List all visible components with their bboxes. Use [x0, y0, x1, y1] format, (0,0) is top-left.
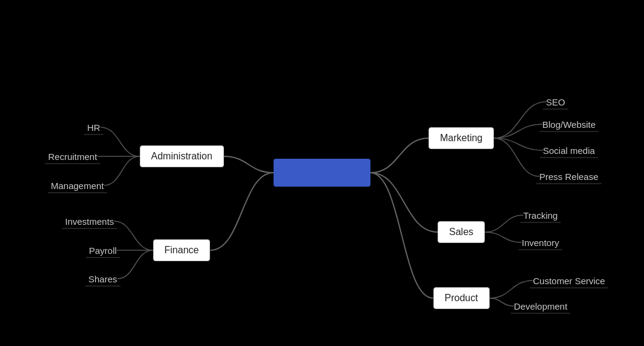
mid-right-node-0: Marketing	[429, 127, 494, 149]
mid-node-0: Administration	[140, 145, 224, 167]
leaf-r-0-3: Press Release	[539, 171, 599, 182]
leaf-r-1-0: Tracking	[524, 210, 558, 221]
center-node	[274, 159, 370, 187]
leaf-0-1: Recruitment	[48, 151, 97, 162]
leaf-1-0: Investments	[65, 216, 114, 227]
leaf-r-2-0: Customer Service	[533, 276, 605, 286]
leaf-r-0-2: Social media	[543, 145, 595, 156]
leaf-0-2: Management	[51, 181, 104, 191]
leaf-r-0-0: SEO	[546, 97, 565, 107]
leaf-r-2-1: Development	[514, 301, 567, 311]
mid-right-node-2: Product	[433, 287, 490, 309]
mindmap-canvas: AdministrationFinanceMarketingSalesProdu…	[0, 0, 644, 346]
leaf-1-1: Payroll	[89, 245, 117, 256]
leaf-r-1-1: Inventory	[522, 238, 559, 248]
leaf-1-2: Shares	[88, 274, 117, 284]
mid-node-1: Finance	[153, 239, 211, 261]
leaf-r-0-1: Blog/Website	[542, 119, 596, 130]
mid-right-node-1: Sales	[438, 221, 485, 243]
leaf-0-0: HR	[87, 122, 100, 133]
